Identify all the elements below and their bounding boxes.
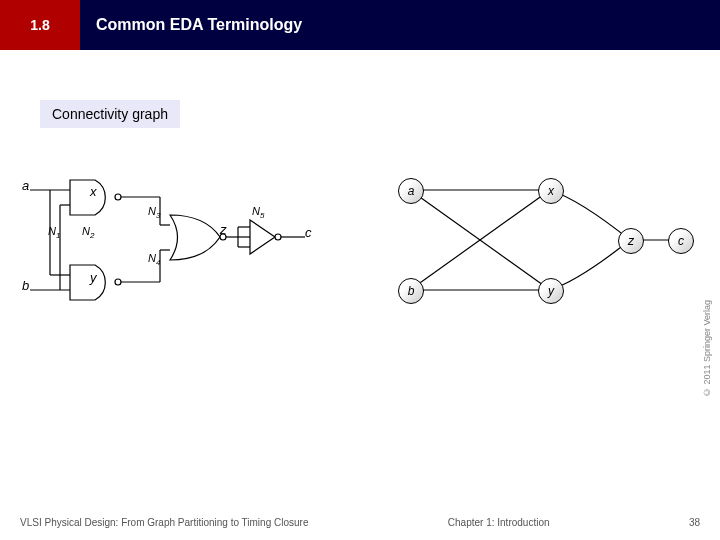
input-a-label: a bbox=[22, 178, 29, 193]
wire-n2-label: N2 bbox=[82, 225, 94, 240]
wire-n1-label: N1 bbox=[48, 225, 60, 240]
wire-n4-label: N4 bbox=[148, 252, 160, 267]
section-number: 1.8 bbox=[0, 0, 80, 50]
copyright-text: © 2011 Springer Verlag bbox=[702, 300, 712, 397]
svg-point-20 bbox=[275, 234, 281, 240]
footer-left: VLSI Physical Design: From Graph Partiti… bbox=[20, 517, 308, 528]
graph-node-y: y bbox=[538, 278, 564, 304]
wire-n5-label: N5 bbox=[252, 205, 264, 220]
footer-page-number: 38 bbox=[689, 517, 700, 528]
input-b-label: b bbox=[22, 278, 29, 293]
svg-point-6 bbox=[115, 194, 121, 200]
output-c-label: c bbox=[305, 225, 312, 240]
gate-y-label: y bbox=[90, 270, 97, 285]
slide-footer: VLSI Physical Design: From Graph Partiti… bbox=[0, 517, 720, 528]
gate-x-label: x bbox=[90, 184, 97, 199]
wire-z-label: z bbox=[220, 222, 227, 237]
graph-node-b: b bbox=[398, 278, 424, 304]
subtitle: Connectivity graph bbox=[40, 100, 180, 128]
graph-node-c: c bbox=[668, 228, 694, 254]
wire-n3-label: N3 bbox=[148, 205, 160, 220]
footer-center: Chapter 1: Introduction bbox=[448, 517, 550, 528]
graph-node-a: a bbox=[398, 178, 424, 204]
graph-node-z: z bbox=[618, 228, 644, 254]
svg-point-7 bbox=[115, 279, 121, 285]
diagram-area: a b x y z c N1 N2 N3 N4 N5 a b x y z c bbox=[20, 170, 700, 370]
logic-circuit bbox=[20, 170, 330, 330]
graph-node-x: x bbox=[538, 178, 564, 204]
slide-title: Common EDA Terminology bbox=[80, 0, 720, 50]
connectivity-graph bbox=[380, 170, 690, 330]
slide-header: 1.8 Common EDA Terminology bbox=[0, 0, 720, 50]
